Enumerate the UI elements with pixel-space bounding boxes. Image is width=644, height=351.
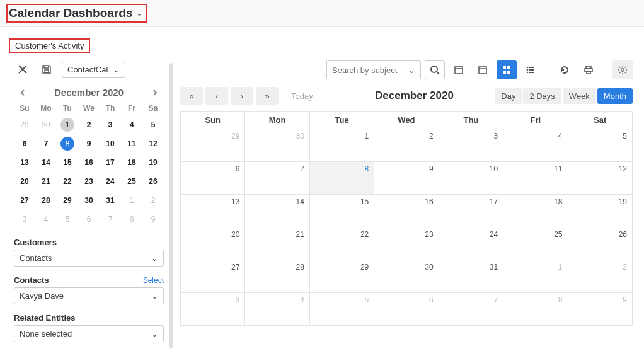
minical-day[interactable]: 8: [57, 134, 78, 153]
calendar-day[interactable]: 6: [374, 293, 439, 326]
calendar-day[interactable]: 6: [181, 162, 245, 195]
view-tab-day[interactable]: Day: [495, 88, 522, 104]
calendar-day[interactable]: 7: [245, 162, 309, 195]
minical-day[interactable]: 22: [57, 172, 78, 191]
dashboard-picker[interactable]: Calendar Dashboards ⌄: [6, 4, 147, 23]
calendar-day[interactable]: 1: [503, 260, 568, 293]
close-button[interactable]: [14, 60, 32, 78]
minical-day[interactable]: 26: [142, 172, 164, 191]
minical-day[interactable]: 10: [100, 134, 121, 153]
calendar-day[interactable]: 30: [245, 129, 309, 162]
print-button[interactable]: [578, 60, 599, 79]
calendar-day[interactable]: 4: [503, 129, 568, 162]
calendar-day[interactable]: 31: [439, 260, 503, 293]
calendar-day[interactable]: 13: [181, 195, 245, 227]
minical-day[interactable]: 6: [78, 210, 100, 229]
calendar-day[interactable]: 10: [439, 162, 503, 195]
save-button[interactable]: [38, 60, 55, 78]
minical-day[interactable]: 31: [100, 191, 121, 210]
calendar-day[interactable]: 8: [503, 293, 568, 326]
minical-day[interactable]: 12: [142, 134, 164, 153]
tab-customers-activity[interactable]: Customer's Activity: [9, 38, 90, 53]
list-view-button[interactable]: [520, 60, 541, 79]
related-select[interactable]: None selected ⌄: [14, 325, 164, 342]
minical-day[interactable]: 9: [142, 210, 164, 229]
minical-prev-button[interactable]: [18, 88, 28, 98]
nav-next-button[interactable]: ›: [231, 87, 253, 105]
calendar-day[interactable]: 29: [181, 129, 245, 162]
minical-day[interactable]: 11: [121, 134, 142, 153]
minical-day[interactable]: 21: [35, 172, 57, 191]
date-to-button[interactable]: [473, 60, 493, 79]
calendar-day[interactable]: 9: [568, 293, 632, 326]
customers-select[interactable]: Contacts ⌄: [14, 250, 164, 267]
minical-day[interactable]: 20: [14, 172, 35, 191]
calendar-day[interactable]: 1: [309, 129, 374, 162]
calendar-day[interactable]: 20: [181, 227, 245, 260]
minical-day[interactable]: 13: [14, 153, 35, 172]
minical-day[interactable]: 3: [100, 115, 121, 134]
nav-prev-button[interactable]: ‹: [205, 87, 228, 105]
calendar-day[interactable]: 16: [374, 195, 439, 227]
minical-day[interactable]: 18: [121, 153, 142, 172]
calendar-day[interactable]: 2: [374, 129, 439, 162]
calendar-day[interactable]: 23: [374, 227, 439, 260]
minical-day[interactable]: 9: [78, 134, 100, 153]
calendar-day[interactable]: 29: [309, 260, 374, 293]
calendar-day[interactable]: 2: [568, 260, 632, 293]
calendar-day[interactable]: 15: [309, 195, 374, 227]
contacts-select-link[interactable]: Select: [143, 276, 164, 285]
search-input[interactable]: [327, 61, 403, 79]
search-dropdown-button[interactable]: ⌄: [403, 61, 420, 79]
minical-day[interactable]: 29: [14, 115, 35, 134]
calendar-day[interactable]: 30: [374, 260, 439, 293]
calendar-day[interactable]: 26: [568, 227, 632, 260]
refresh-button[interactable]: [555, 60, 575, 79]
minical-day[interactable]: 16: [78, 153, 100, 172]
nav-last-button[interactable]: »: [256, 87, 279, 105]
minical-day[interactable]: 1: [57, 115, 78, 134]
calendar-day[interactable]: 18: [503, 195, 568, 227]
calendar-day[interactable]: 3: [181, 293, 245, 326]
minical-day[interactable]: 5: [57, 210, 78, 229]
contacts-select[interactable]: Kavya Dave ⌄: [14, 287, 164, 304]
calendar-day[interactable]: 24: [439, 227, 503, 260]
minical-day[interactable]: 2: [78, 115, 100, 134]
minical-day[interactable]: 30: [78, 191, 100, 210]
calendar-day[interactable]: 8: [309, 162, 374, 195]
minical-day[interactable]: 15: [57, 153, 78, 172]
calendar-day[interactable]: 21: [245, 227, 309, 260]
calendar-day[interactable]: 4: [245, 293, 309, 326]
calendar-day[interactable]: 5: [568, 129, 632, 162]
settings-button[interactable]: [612, 60, 633, 79]
nav-first-button[interactable]: «: [180, 87, 203, 105]
calendar-day[interactable]: 22: [309, 227, 374, 260]
minical-day[interactable]: 30: [35, 115, 57, 134]
minical-day[interactable]: 29: [57, 191, 78, 210]
minical-day[interactable]: 4: [121, 115, 142, 134]
minical-day[interactable]: 2: [142, 191, 164, 210]
minical-day[interactable]: 1: [121, 191, 142, 210]
view-tab-2-days[interactable]: 2 Days: [523, 88, 561, 104]
calendar-day[interactable]: 14: [245, 195, 309, 227]
minical-next-button[interactable]: [150, 88, 160, 98]
calendar-day[interactable]: 5: [309, 293, 374, 326]
minical-day[interactable]: 7: [100, 210, 121, 229]
calendar-day[interactable]: 27: [181, 260, 245, 293]
calendar-day[interactable]: 7: [439, 293, 503, 326]
calendar-day[interactable]: 3: [439, 129, 503, 162]
minical-day[interactable]: 8: [121, 210, 142, 229]
calendar-day[interactable]: 25: [503, 227, 568, 260]
calendar-day[interactable]: 19: [568, 195, 632, 227]
search-button[interactable]: [425, 60, 445, 79]
today-button[interactable]: Today: [287, 89, 317, 103]
minical-day[interactable]: 19: [142, 153, 164, 172]
minical-day[interactable]: 25: [121, 172, 142, 191]
minical-day[interactable]: 17: [100, 153, 121, 172]
calendar-select[interactable]: ContactCal ⌄: [62, 62, 125, 78]
minical-day[interactable]: 27: [14, 191, 35, 210]
minical-day[interactable]: 24: [100, 172, 121, 191]
view-tab-week[interactable]: Week: [563, 88, 596, 104]
minical-day[interactable]: 7: [35, 134, 57, 153]
calendar-day[interactable]: 9: [374, 162, 439, 195]
